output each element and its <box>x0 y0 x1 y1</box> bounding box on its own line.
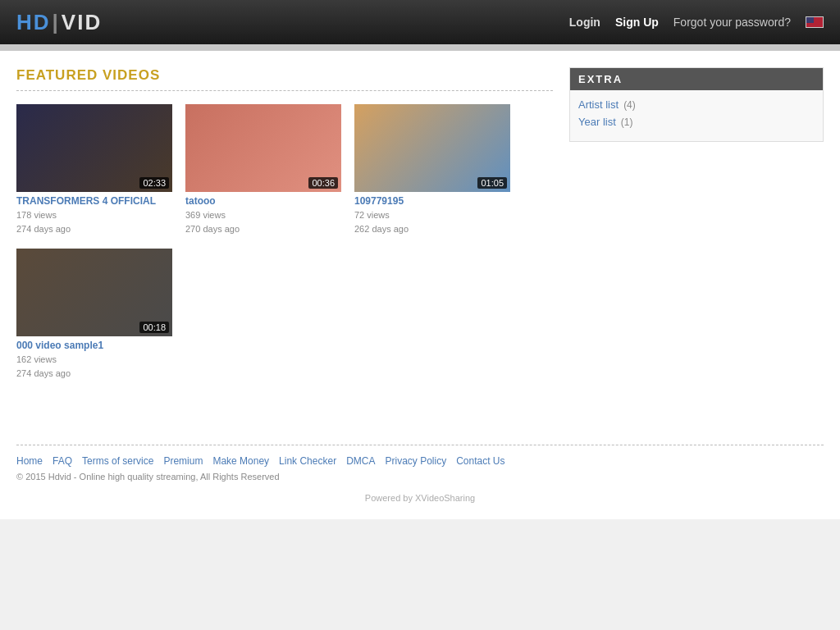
video-thumbnail[interactable]: 00:36 <box>185 104 341 192</box>
artist-list-link[interactable]: Artist list <box>578 98 619 111</box>
video-title-link[interactable]: 109779195 <box>354 195 510 207</box>
footer-link-dmca[interactable]: DMCA <box>346 455 375 467</box>
sidebar-content: Artist list (4) Year list (1) <box>570 90 823 141</box>
video-thumbnail[interactable]: 01:05 <box>354 104 510 192</box>
header: HD|VID Login Sign Up Forgot your passwor… <box>0 0 840 44</box>
year-list-count: (1) <box>621 116 633 128</box>
video-title-link[interactable]: TRANSFORMERS 4 OFFICIAL <box>16 195 172 207</box>
video-grid: 02:33 TRANSFORMERS 4 OFFICIAL 178 views … <box>16 104 553 380</box>
video-views: 162 views <box>16 353 172 367</box>
section-divider <box>16 90 553 91</box>
video-views: 72 views <box>354 208 510 222</box>
featured-title: FEATURED VIDEOS <box>16 67 553 84</box>
video-thumbnail[interactable]: 00:18 <box>16 249 172 336</box>
video-views: 369 views <box>185 208 341 222</box>
footer-links: HomeFAQTerms of servicePremiumMake Money… <box>0 455 840 467</box>
video-card-v3: 01:05 109779195 72 views 262 days ago <box>354 104 510 235</box>
footer-link-make-money[interactable]: Make Money <box>212 455 269 467</box>
video-age: 274 days ago <box>16 367 172 381</box>
video-age: 270 days ago <box>185 222 341 236</box>
sidebar-artist-list-row: Artist list (4) <box>578 98 815 111</box>
footer-divider <box>16 445 824 445</box>
footer-link-premium[interactable]: Premium <box>163 455 203 467</box>
video-duration: 01:05 <box>477 177 507 189</box>
sidebar-year-list-row: Year list (1) <box>578 116 815 128</box>
nav-area: Login Sign Up Forgot your password? <box>569 16 824 29</box>
logo-vid: VID <box>62 10 102 34</box>
video-views: 178 views <box>16 208 172 222</box>
content-area: FEATURED VIDEOS 02:33 TRANSFORMERS 4 OFF… <box>16 67 553 428</box>
footer-link-privacy[interactable]: Privacy Policy <box>385 455 446 467</box>
video-meta: 162 views 274 days ago <box>16 353 172 380</box>
video-age: 274 days ago <box>16 222 172 236</box>
video-age: 262 days ago <box>354 222 510 236</box>
footer-link-tos[interactable]: Terms of service <box>82 455 153 467</box>
video-thumbnail[interactable]: 02:33 <box>16 104 172 192</box>
video-card-v1: 02:33 TRANSFORMERS 4 OFFICIAL 178 views … <box>16 104 172 235</box>
footer-link-home[interactable]: Home <box>16 455 43 467</box>
artist-list-count: (4) <box>623 99 636 111</box>
video-title-link[interactable]: 000 video sample1 <box>16 340 172 351</box>
logo: HD|VID <box>16 10 102 35</box>
video-meta: 369 views 270 days ago <box>185 208 341 235</box>
video-duration: 00:18 <box>139 322 169 333</box>
forgot-password-link[interactable]: Forgot your password? <box>673 16 791 29</box>
footer-link-faq[interactable]: FAQ <box>52 455 72 467</box>
video-duration: 02:33 <box>139 177 169 189</box>
sidebar: EXTRA Artist list (4) Year list (1) <box>569 67 824 428</box>
signup-link[interactable]: Sign Up <box>615 16 659 29</box>
flag-icon <box>806 16 824 28</box>
footer-link-link-checker[interactable]: Link Checker <box>279 455 336 467</box>
powered-by: Powered by XVideoSharing <box>0 486 840 519</box>
video-card-v2: 00:36 tatooo 369 views 270 days ago <box>185 104 341 235</box>
login-link[interactable]: Login <box>569 16 600 29</box>
subheader-bar <box>0 44 840 51</box>
logo-hd: HD <box>16 10 51 34</box>
footer-link-contact[interactable]: Contact Us <box>456 455 504 467</box>
extra-box: EXTRA Artist list (4) Year list (1) <box>569 67 824 142</box>
video-duration: 00:36 <box>308 177 338 189</box>
copyright: © 2015 Hdvid - Online high quality strea… <box>0 467 840 486</box>
extra-title: EXTRA <box>570 68 823 90</box>
main-container: FEATURED VIDEOS 02:33 TRANSFORMERS 4 OFF… <box>0 51 840 445</box>
video-title-link[interactable]: tatooo <box>185 195 341 207</box>
video-meta: 72 views 262 days ago <box>354 208 510 235</box>
year-list-link[interactable]: Year list <box>578 116 616 128</box>
video-meta: 178 views 274 days ago <box>16 208 172 235</box>
video-card-v4: 00:18 000 video sample1 162 views 274 da… <box>16 249 172 380</box>
